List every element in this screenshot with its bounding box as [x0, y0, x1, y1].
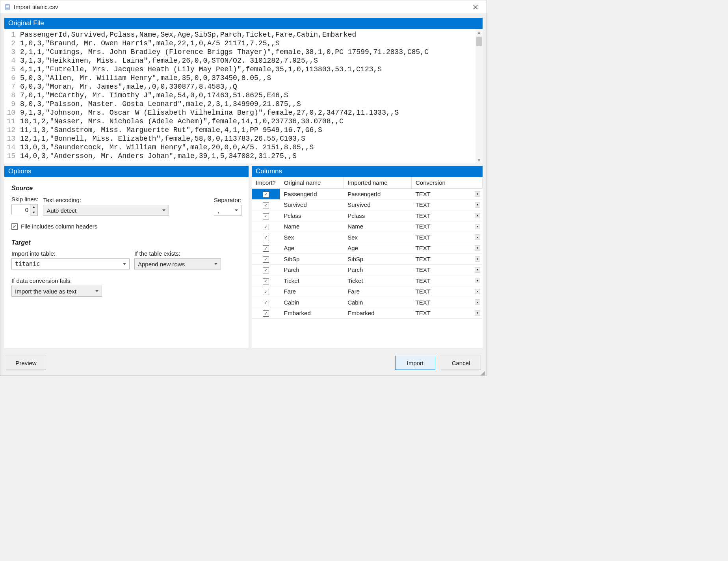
table-row[interactable]: ✓TicketTicketTEXT▾	[252, 275, 483, 286]
table-row[interactable]: ✓SexSexTEXT▾	[252, 232, 483, 243]
imported-name-cell[interactable]: Name	[344, 221, 411, 232]
import-checkbox[interactable]: ✓	[263, 278, 269, 284]
col-original-header[interactable]: Original name	[280, 177, 344, 189]
import-cell[interactable]: ✓	[252, 221, 280, 232]
import-checkbox[interactable]: ✓	[263, 235, 269, 241]
chevron-down-icon[interactable]: ▾	[475, 267, 480, 273]
imported-name-cell[interactable]: Parch	[344, 264, 411, 275]
spin-down-icon[interactable]: ▼	[30, 210, 37, 215]
preview-button[interactable]: Preview	[6, 356, 46, 370]
conversion-cell[interactable]: TEXT▾	[412, 221, 483, 232]
conversion-cell[interactable]: TEXT▾	[412, 243, 483, 254]
headers-checkbox[interactable]: ✓	[11, 223, 18, 230]
import-checkbox[interactable]: ✓	[263, 213, 269, 219]
conversion-cell[interactable]: TEXT▾	[412, 275, 483, 286]
table-row[interactable]: ✓ParchParchTEXT▾	[252, 264, 483, 275]
table-row[interactable]: ✓CabinCabinTEXT▾	[252, 297, 483, 308]
imported-name-cell[interactable]: Cabin	[344, 297, 411, 308]
col-conversion-header[interactable]: Conversion	[412, 177, 483, 189]
import-checkbox[interactable]: ✓	[263, 224, 269, 230]
encoding-select[interactable]: Auto detect	[43, 205, 169, 216]
chevron-down-icon[interactable]: ▾	[475, 289, 480, 294]
import-cell[interactable]: ✓	[252, 189, 280, 200]
scroll-up-icon[interactable]: ▲	[475, 29, 483, 36]
table-row[interactable]: ✓SibSpSibSpTEXT▾	[252, 254, 483, 265]
table-row[interactable]: ✓PclassPclassTEXT▾	[252, 210, 483, 221]
conversion-cell[interactable]: TEXT▾	[412, 189, 483, 200]
import-button[interactable]: Import	[395, 356, 435, 370]
conversion-cell[interactable]: TEXT▾	[412, 232, 483, 243]
conversion-cell[interactable]: TEXT▾	[412, 264, 483, 275]
table-row[interactable]: ✓PassengerIdPassengerIdTEXT▾	[252, 189, 483, 200]
vertical-scrollbar[interactable]: ▲ ▼	[475, 29, 483, 163]
import-cell[interactable]: ✓	[252, 254, 280, 265]
conversion-cell[interactable]: TEXT▾	[412, 254, 483, 265]
imported-name-cell[interactable]: Survived	[344, 199, 411, 210]
table-row[interactable]: ✓EmbarkedEmbarkedTEXT▾	[252, 308, 483, 319]
chevron-down-icon[interactable]: ▾	[475, 191, 480, 197]
conversion-cell[interactable]: TEXT▾	[412, 210, 483, 221]
col-import-header[interactable]: Import?	[252, 177, 280, 189]
file-content[interactable]: PassengerId,Survived,Pclass,Name,Sex,Age…	[18, 29, 475, 163]
encoding-label: Text encoding:	[43, 197, 209, 203]
import-checkbox[interactable]: ✓	[263, 256, 269, 263]
import-checkbox[interactable]: ✓	[263, 267, 269, 273]
chevron-down-icon[interactable]: ▾	[475, 256, 480, 262]
button-bar: Preview Import Cancel	[0, 352, 487, 375]
chevron-down-icon[interactable]: ▾	[475, 299, 480, 305]
imported-name-cell[interactable]: Ticket	[344, 275, 411, 286]
conversion-cell[interactable]: TEXT▾	[412, 199, 483, 210]
imported-name-cell[interactable]: PassengerId	[344, 189, 411, 200]
col-imported-header[interactable]: Imported name	[344, 177, 411, 189]
import-cell[interactable]: ✓	[252, 210, 280, 221]
table-row[interactable]: ✓NameNameTEXT▾	[252, 221, 483, 232]
import-cell[interactable]: ✓	[252, 308, 280, 319]
chevron-down-icon[interactable]: ▾	[475, 310, 480, 316]
imported-name-cell[interactable]: Sex	[344, 232, 411, 243]
imported-name-cell[interactable]: SibSp	[344, 254, 411, 265]
import-cell[interactable]: ✓	[252, 264, 280, 275]
conversion-cell[interactable]: TEXT▾	[412, 308, 483, 319]
spin-up-icon[interactable]: ▲	[30, 204, 37, 210]
chevron-down-icon[interactable]: ▾	[475, 224, 480, 229]
import-cell[interactable]: ✓	[252, 275, 280, 286]
chevron-down-icon[interactable]: ▾	[475, 245, 480, 251]
conversion-cell[interactable]: TEXT▾	[412, 286, 483, 297]
chevron-down-icon[interactable]: ▾	[475, 278, 480, 283]
imported-name-cell[interactable]: Age	[344, 243, 411, 254]
chevron-down-icon[interactable]: ▾	[475, 202, 480, 208]
conversion-cell[interactable]: TEXT▾	[412, 297, 483, 308]
table-row[interactable]: ✓FareFareTEXT▾	[252, 286, 483, 297]
close-icon[interactable]	[468, 1, 483, 13]
imported-name-cell[interactable]: Pclass	[344, 210, 411, 221]
skip-lines-spinner[interactable]: ▲ ▼	[30, 204, 38, 216]
scroll-down-icon[interactable]: ▼	[475, 156, 483, 163]
import-cell[interactable]: ✓	[252, 232, 280, 243]
import-cell[interactable]: ✓	[252, 297, 280, 308]
if-exists-select[interactable]: Append new rows	[134, 258, 221, 269]
options-header: Options	[4, 166, 249, 177]
import-checkbox[interactable]: ✓	[263, 289, 269, 295]
import-table-select[interactable]: titanic	[11, 258, 130, 269]
import-checkbox[interactable]: ✓	[263, 310, 269, 317]
chevron-down-icon[interactable]: ▾	[475, 234, 480, 240]
table-row[interactable]: ✓AgeAgeTEXT▾	[252, 243, 483, 254]
skip-lines-input[interactable]	[11, 204, 30, 215]
import-checkbox[interactable]: ✓	[263, 191, 269, 198]
import-cell[interactable]: ✓	[252, 243, 280, 254]
import-cell[interactable]: ✓	[252, 286, 280, 297]
import-checkbox[interactable]: ✓	[263, 202, 269, 208]
chevron-down-icon[interactable]: ▾	[475, 213, 480, 218]
table-row[interactable]: ✓SurvivedSurvivedTEXT▾	[252, 199, 483, 210]
import-checkbox[interactable]: ✓	[263, 300, 269, 306]
imported-name-cell[interactable]: Fare	[344, 286, 411, 297]
import-cell[interactable]: ✓	[252, 199, 280, 210]
if-fails-select[interactable]: Import the value as text	[11, 286, 102, 297]
scroll-thumb[interactable]	[476, 37, 482, 46]
separator-select[interactable]: ,	[214, 205, 241, 216]
resize-grip-icon[interactable]: ◢	[481, 370, 486, 375]
imported-name-cell[interactable]: Embarked	[344, 308, 411, 319]
cancel-button[interactable]: Cancel	[441, 356, 481, 370]
import-checkbox[interactable]: ✓	[263, 245, 269, 252]
dialog-title: Import titanic.csv	[14, 4, 468, 10]
